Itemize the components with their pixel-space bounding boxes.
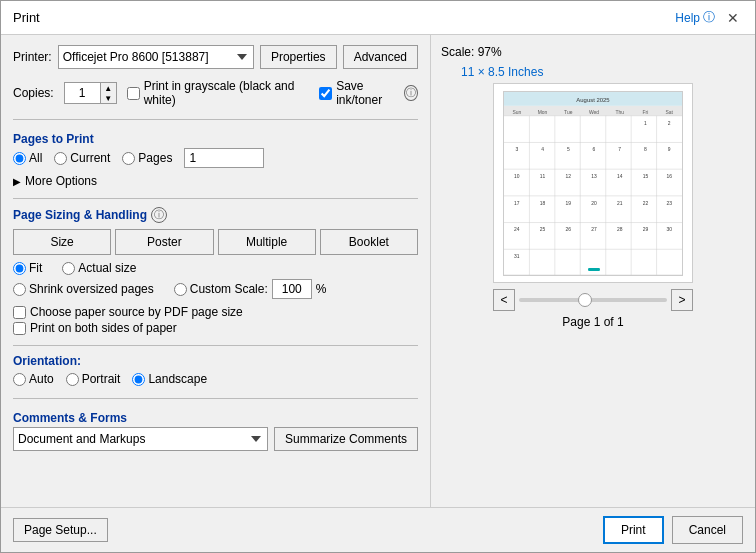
- custom-scale-radio-item[interactable]: Custom Scale:: [174, 282, 268, 296]
- svg-text:11: 11: [540, 174, 546, 179]
- cancel-button[interactable]: Cancel: [672, 516, 743, 544]
- shrink-label: Shrink oversized pages: [29, 282, 154, 296]
- all-radio-item[interactable]: All: [13, 151, 42, 165]
- print-both-checkbox[interactable]: [13, 322, 26, 335]
- custom-scale-input[interactable]: [272, 279, 312, 299]
- preview-page: August 2025 Sun Mon Tue Wed Thu Fri Sat: [503, 91, 683, 276]
- svg-text:26: 26: [566, 227, 572, 232]
- portrait-radio-item[interactable]: Portrait: [66, 372, 121, 386]
- save-ink-group: Save ink/toner ⓘ: [319, 79, 418, 107]
- landscape-radio-item[interactable]: Landscape: [132, 372, 207, 386]
- summarize-button[interactable]: Summarize Comments: [274, 427, 418, 451]
- svg-text:25: 25: [540, 227, 546, 232]
- pages-radio[interactable]: [122, 152, 135, 165]
- orientation-header: Orientation:: [13, 354, 81, 368]
- svg-text:August 2025: August 2025: [576, 96, 610, 102]
- main-content: Printer: Officejet Pro 8600 [513887] Pro…: [1, 35, 755, 507]
- grayscale-label: Print in grayscale (black and white): [144, 79, 303, 107]
- svg-text:1: 1: [644, 120, 647, 125]
- orientation-radio-group: Auto Portrait Landscape: [13, 372, 418, 386]
- preview-container: August 2025 Sun Mon Tue Wed Thu Fri Sat: [493, 83, 693, 283]
- svg-text:16: 16: [666, 174, 672, 179]
- prev-page-button[interactable]: <: [493, 289, 515, 311]
- svg-text:Mon: Mon: [538, 109, 548, 114]
- help-link[interactable]: Help ⓘ: [675, 9, 715, 26]
- svg-text:14: 14: [617, 174, 623, 179]
- pages-input[interactable]: [184, 148, 264, 168]
- spinner-buttons: ▲ ▼: [100, 83, 116, 103]
- svg-text:31: 31: [514, 254, 520, 259]
- print-button[interactable]: Print: [603, 516, 664, 544]
- slider-track: [519, 298, 667, 302]
- custom-scale-unit: %: [316, 282, 327, 296]
- printer-select[interactable]: Officejet Pro 8600 [513887]: [58, 45, 254, 69]
- shrink-radio[interactable]: [13, 283, 26, 296]
- actual-size-radio[interactable]: [62, 262, 75, 275]
- save-ink-info-icon: ⓘ: [404, 85, 418, 101]
- orientation-section: Orientation: Auto Portrait Landscape: [13, 354, 418, 390]
- save-ink-checkbox[interactable]: [319, 87, 332, 100]
- more-options-label: More Options: [25, 174, 97, 188]
- choose-paper-label: Choose paper source by PDF page size: [30, 305, 243, 319]
- copies-spinner[interactable]: ▲ ▼: [64, 82, 117, 104]
- custom-scale-label: Custom Scale:: [190, 282, 268, 296]
- choose-paper-checkbox[interactable]: [13, 306, 26, 319]
- portrait-radio[interactable]: [66, 373, 79, 386]
- svg-text:13: 13: [591, 174, 597, 179]
- grayscale-checkbox[interactable]: [127, 87, 140, 100]
- current-radio-item[interactable]: Current: [54, 151, 110, 165]
- fit-options: Fit Actual size Shrink oversized pages: [13, 261, 418, 299]
- svg-text:5: 5: [567, 147, 570, 152]
- close-button[interactable]: ✕: [723, 10, 743, 26]
- svg-text:3: 3: [515, 147, 518, 152]
- all-radio[interactable]: [13, 152, 26, 165]
- current-radio[interactable]: [54, 152, 67, 165]
- comments-select[interactable]: Document and Markups: [13, 427, 268, 451]
- svg-text:21: 21: [617, 200, 623, 205]
- auto-label: Auto: [29, 372, 54, 386]
- page-setup-button[interactable]: Page Setup...: [13, 518, 108, 542]
- slider-thumb[interactable]: [578, 293, 592, 307]
- properties-button[interactable]: Properties: [260, 45, 337, 69]
- comments-row: Document and Markups Summarize Comments: [13, 427, 418, 451]
- landscape-label: Landscape: [148, 372, 207, 386]
- svg-text:18: 18: [540, 200, 546, 205]
- grayscale-group: Print in grayscale (black and white): [127, 79, 303, 107]
- svg-text:19: 19: [566, 200, 572, 205]
- spinner-up[interactable]: ▲: [100, 83, 116, 93]
- advanced-button[interactable]: Advanced: [343, 45, 418, 69]
- sizing-info-icon: ⓘ: [151, 207, 167, 223]
- pages-radio-item[interactable]: Pages: [122, 151, 172, 165]
- size-button[interactable]: Size: [13, 229, 111, 255]
- booklet-button[interactable]: Booklet: [320, 229, 418, 255]
- more-options[interactable]: ▶ More Options: [13, 172, 418, 190]
- landscape-radio[interactable]: [132, 373, 145, 386]
- fit-radio-item[interactable]: Fit: [13, 261, 42, 275]
- printer-label: Printer:: [13, 50, 52, 64]
- pages-to-print-section: Pages to Print All Current Pages: [13, 128, 418, 190]
- pages-radio-group: All Current Pages: [13, 148, 418, 168]
- multiple-button[interactable]: Multiple: [218, 229, 316, 255]
- svg-text:12: 12: [566, 174, 572, 179]
- fit-radio[interactable]: [13, 262, 26, 275]
- next-page-button[interactable]: >: [671, 289, 693, 311]
- svg-text:23: 23: [666, 200, 672, 205]
- print-both-item: Print on both sides of paper: [13, 321, 418, 335]
- custom-scale-radio[interactable]: [174, 283, 187, 296]
- copies-input[interactable]: [65, 83, 100, 103]
- help-label: Help: [675, 11, 700, 25]
- spinner-down[interactable]: ▼: [100, 93, 116, 103]
- sizing-header: Page Sizing & Handling: [13, 208, 147, 222]
- shrink-radio-item[interactable]: Shrink oversized pages: [13, 282, 154, 296]
- calendar-svg: August 2025 Sun Mon Tue Wed Thu Fri Sat: [504, 92, 682, 275]
- auto-radio-item[interactable]: Auto: [13, 372, 54, 386]
- poster-button[interactable]: Poster: [115, 229, 213, 255]
- svg-text:29: 29: [643, 227, 649, 232]
- svg-text:8: 8: [644, 147, 647, 152]
- actual-size-radio-item[interactable]: Actual size: [62, 261, 136, 275]
- all-label: All: [29, 151, 42, 165]
- auto-radio[interactable]: [13, 373, 26, 386]
- svg-text:30: 30: [666, 227, 672, 232]
- pages-label: Pages: [138, 151, 172, 165]
- left-panel: Printer: Officejet Pro 8600 [513887] Pro…: [1, 35, 431, 507]
